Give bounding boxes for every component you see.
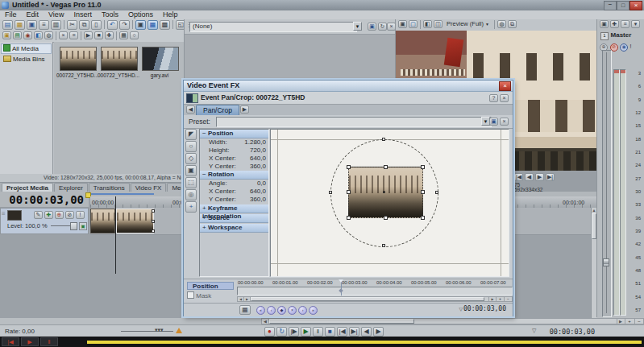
tab-pan-crop[interactable]: Pan/Crop: [196, 105, 239, 115]
trimmer-save-icon[interactable]: ▣: [368, 23, 376, 31]
kf-scrollbar[interactable]: ◀ ▶ ▶ + −: [237, 296, 513, 302]
menu-file[interactable]: File: [0, 10, 22, 19]
insert-fx-icon[interactable]: ✚: [610, 20, 619, 28]
scroll-left-icon[interactable]: ◀: [262, 319, 269, 324]
size-about-center-icon[interactable]: ⬚: [185, 177, 197, 188]
crop-handle[interactable]: [347, 165, 351, 169]
preset-combo[interactable]: [216, 117, 492, 127]
rotation-handle[interactable]: [329, 191, 332, 194]
start-preview-icon[interactable]: ▶: [84, 31, 93, 39]
search-media-icon[interactable]: ○: [130, 31, 139, 39]
cursor-time-readout[interactable]: 00:00:03,00: [540, 328, 595, 336]
chain-right-icon[interactable]: ▶: [240, 105, 249, 114]
level-slider-handle[interactable]: [70, 222, 77, 230]
move-freely-icon[interactable]: +: [185, 201, 197, 213]
prop-row[interactable]: Y Center:360,0: [200, 163, 268, 171]
save-project-icon[interactable]: ▣: [27, 20, 37, 30]
preview-quality-label[interactable]: Preview (Full): [447, 20, 484, 27]
menu-help[interactable]: Help: [158, 10, 183, 19]
close-button[interactable]: ×: [629, 1, 642, 10]
prev-keyframe-button[interactable]: ‹: [267, 306, 276, 315]
video-fx-icon[interactable]: ◧: [423, 20, 432, 28]
prop-row[interactable]: X Center:640,0: [200, 155, 268, 163]
record-button[interactable]: ●: [264, 327, 275, 337]
kf-track-label[interactable]: Position: [187, 282, 234, 290]
external-monitor-icon[interactable]: ▢: [409, 20, 418, 28]
bypass-motion-blur-icon[interactable]: ⊕: [55, 211, 64, 219]
track-fx-icon[interactable]: ✚: [44, 211, 53, 219]
loop-region-bar[interactable]: [90, 193, 154, 195]
enable-snapping-icon[interactable]: ◇: [185, 153, 197, 164]
tree-item-media-bins[interactable]: Media Bins: [2, 55, 51, 64]
dialog-titlebar[interactable]: Video Event FX ×: [184, 81, 513, 92]
media-fx-icon[interactable]: ✚: [105, 31, 114, 39]
crop-handle[interactable]: [347, 190, 351, 194]
next-frame-icon[interactable]: ▶|: [546, 173, 555, 181]
mixer-properties-icon[interactable]: ≡: [621, 20, 629, 28]
maximize-button[interactable]: □: [617, 1, 629, 10]
crop-handle[interactable]: [347, 216, 351, 220]
media-item-thumbnail[interactable]: [142, 47, 179, 71]
crop-selection-image[interactable]: [348, 167, 423, 218]
section-position[interactable]: − Position: [200, 130, 268, 138]
media-properties-icon[interactable]: ≡: [69, 31, 78, 39]
play-button[interactable]: ▶: [301, 327, 311, 337]
kf-scroll-left-icon[interactable]: ◀: [238, 297, 244, 301]
track-motion-icon[interactable]: ✎: [34, 211, 43, 219]
downmix-icon[interactable]: ▾: [631, 20, 640, 28]
new-bin-icon[interactable]: ▣: [2, 31, 11, 39]
zoom-edit-tool-icon[interactable]: ○: [185, 141, 197, 152]
pause-button[interactable]: ‖: [313, 327, 323, 337]
extract-audio-icon[interactable]: ◍: [44, 31, 53, 39]
crop-handle[interactable]: [384, 165, 388, 169]
snapping-icon[interactable]: ▣: [135, 20, 146, 30]
hscroll-thumb[interactable]: [269, 319, 414, 324]
trimmer-media-combo[interactable]: (None): [189, 22, 357, 32]
play-preview-icon[interactable]: ▶: [535, 173, 544, 181]
capture-video-icon[interactable]: ◉: [23, 31, 32, 39]
kf-zoom-out-icon[interactable]: −: [504, 297, 512, 301]
stop-button[interactable]: ■: [325, 327, 335, 337]
prop-row[interactable]: Width:1.280,0: [200, 138, 268, 147]
delete-keyframe-button[interactable]: ×: [288, 306, 297, 315]
properties-icon[interactable]: ≡: [39, 20, 49, 30]
strip-play-button[interactable]: ▶: [21, 337, 39, 346]
crop-handle[interactable]: [421, 216, 425, 220]
import-media-icon[interactable]: ▤: [13, 31, 22, 39]
last-keyframe-button[interactable]: »: [309, 306, 318, 315]
kf-hscroll-thumb[interactable]: [251, 297, 484, 301]
scroll-up-icon[interactable]: ▲: [592, 208, 596, 213]
rotation-handle[interactable]: [435, 191, 438, 194]
copy-icon[interactable]: ⧉: [79, 20, 89, 30]
kf-zoom-edit-icon[interactable]: ▶: [488, 297, 496, 301]
track-mute-icon[interactable]: ⊘: [65, 211, 74, 219]
normal-edit-tool-icon[interactable]: ◤: [185, 129, 197, 140]
menu-edit[interactable]: Edit: [22, 10, 44, 19]
goto-end-button[interactable]: ▶|: [349, 327, 359, 337]
dialog-close-icon[interactable]: ×: [499, 81, 511, 91]
prop-row[interactable]: Angle:0,0: [200, 180, 268, 188]
scroll-right-icon[interactable]: ▶: [617, 319, 624, 324]
master-fader-handle[interactable]: [603, 258, 609, 266]
insert-bus-icon[interactable]: ▣: [600, 20, 609, 28]
event-handle[interactable]: [152, 229, 155, 233]
mask-checkbox[interactable]: [187, 291, 194, 299]
sync-cursor-icon[interactable]: ▦: [239, 305, 251, 315]
record-bus-icon[interactable]: !: [630, 43, 634, 50]
strip-pause-button[interactable]: ‖: [40, 337, 58, 346]
track-solo-icon[interactable]: !: [76, 211, 85, 219]
redo-icon[interactable]: ↷: [119, 20, 130, 30]
project-properties-icon[interactable]: ▣: [398, 20, 407, 28]
zoom-in-timeline-icon[interactable]: +: [625, 319, 634, 324]
remove-plugin-icon[interactable]: ×: [500, 94, 509, 102]
auto-ripple-icon[interactable]: ▦: [147, 20, 158, 30]
section-rotation[interactable]: − Rotation: [200, 171, 268, 180]
remove-media-icon[interactable]: ×: [59, 31, 68, 39]
minimize-button[interactable]: −: [604, 1, 617, 10]
video-event-1[interactable]: [90, 209, 115, 233]
kf-cursor-head[interactable]: [339, 279, 343, 283]
next-keyframe-button[interactable]: ›: [298, 306, 307, 315]
prop-row[interactable]: Y Center:360,0: [200, 196, 268, 204]
rotation-handle[interactable]: [382, 138, 385, 141]
section-workspace[interactable]: + Workspace: [200, 224, 268, 233]
